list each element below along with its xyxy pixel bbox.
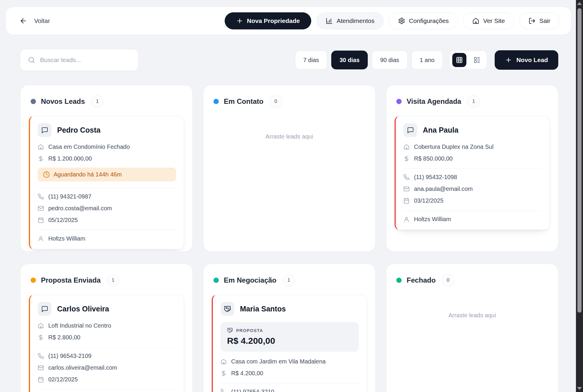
grid-icon (456, 56, 463, 64)
message-square-icon (403, 123, 417, 137)
scrollbar-thumb[interactable] (577, 8, 582, 313)
property-row: Cobertura Duplex na Zona Sul (403, 144, 542, 150)
column-title: Em Negociação (224, 276, 276, 284)
header-actions: Nova Propriedade Atendimentos Configuraç… (225, 12, 559, 29)
divider (38, 389, 176, 390)
message-square-icon (38, 123, 52, 137)
new-lead-label: Novo Lead (516, 56, 548, 64)
sair-button[interactable]: Sair (519, 12, 559, 29)
price-value: R$ 1.200.000,00 (48, 155, 92, 162)
proposal-box: PROPOSTA R$ 4.200,00 (221, 322, 359, 352)
lead-card-carlos-oliveira[interactable]: Carlos Oliveira Loft Industrial no Centr… (29, 295, 184, 392)
configuracoes-button[interactable]: Configurações (389, 12, 458, 29)
configuracoes-label: Configurações (409, 17, 449, 24)
new-property-label: Nova Propriedade (247, 17, 300, 24)
filter-7-dias[interactable]: 7 dias (295, 51, 327, 69)
ver-site-label: Ver Site (483, 17, 505, 24)
bar-chart-icon (326, 17, 333, 24)
top-bar: Voltar Nova Propriedade Atendimentos Con… (6, 7, 571, 35)
card-header: Carlos Oliveira (38, 302, 176, 316)
phone-icon (38, 353, 44, 359)
divider (38, 188, 176, 188)
agent-row: Holtzs William (38, 235, 176, 242)
column-header: Visita Agendada 1 (395, 94, 550, 109)
lead-name: Ana Paula (423, 126, 458, 134)
home-icon (472, 17, 479, 24)
calendar-icon (403, 198, 410, 204)
drop-zone-text: Arraste leads aqui (448, 312, 496, 319)
lead-card-ana-paula[interactable]: Ana Paula Cobertura Duplex na Zona Sul R… (395, 116, 550, 230)
new-property-button[interactable]: Nova Propriedade (225, 12, 312, 29)
kanban-board: Novos Leads 1 Pedro Costa Casa em Condom… (21, 85, 558, 392)
proposal-label: PROPOSTA (236, 328, 263, 333)
phone-row: (11) 95432-1098 (403, 174, 542, 181)
mail-icon (38, 205, 44, 211)
column-header: Em Contato 0 (212, 94, 367, 109)
calendar-icon (38, 376, 44, 383)
lead-name: Maria Santos (240, 305, 286, 313)
divider (221, 383, 359, 383)
date-row: 05/12/2025 (38, 217, 176, 223)
back-button[interactable]: Voltar (19, 17, 50, 25)
count-badge: 0 (442, 274, 454, 286)
column-header: Proposta Enviada 1 (29, 273, 184, 288)
scrollbar-track[interactable] (576, 0, 583, 392)
grid-view-button[interactable] (452, 53, 466, 67)
sair-label: Sair (539, 17, 550, 24)
status-dot (396, 278, 402, 283)
drop-zone: Arraste leads aqui (212, 116, 367, 157)
price-value: R$ 2.800,00 (48, 334, 80, 341)
column-proposta-enviada: Proposta Enviada 1 Carlos Oliveira Loft … (21, 264, 192, 392)
price-row: R$ 4.200,00 (221, 370, 359, 377)
proposal-value: R$ 4.200,00 (227, 336, 352, 346)
logout-icon (529, 17, 536, 24)
property-row: Casa com Jardim em Vila Madalena (221, 358, 359, 365)
date-row: 03/12/2025 (403, 197, 542, 204)
house-icon (38, 144, 44, 150)
date-value: 03/12/2025 (414, 197, 443, 204)
status-dot (213, 99, 219, 104)
column-novos-leads: Novos Leads 1 Pedro Costa Casa em Condom… (21, 85, 192, 251)
filter-90-dias[interactable]: 90 dias (372, 51, 408, 69)
date-value: 02/12/2025 (48, 376, 78, 383)
dollar-icon (38, 334, 44, 341)
status-dot (396, 99, 402, 104)
search-input[interactable] (40, 56, 130, 64)
plus-icon (236, 17, 243, 24)
count-badge: 1 (467, 95, 480, 108)
proposal-label-row: PROPOSTA (227, 327, 352, 333)
status-dot (31, 278, 36, 283)
card-header: Ana Paula (403, 123, 542, 137)
lead-card-pedro-costa[interactable]: Pedro Costa Casa em Condomínio Fechado R… (29, 116, 184, 249)
filter-1-ano[interactable]: 1 ano (412, 51, 443, 69)
count-badge: 1 (283, 274, 295, 286)
column-em-contato: Em Contato 0 Arraste leads aqui (203, 85, 375, 251)
lead-card-maria-santos[interactable]: Maria Santos PROPOSTA R$ 4.200,00 Casa c… (212, 295, 367, 392)
scrollbar-up-arrow[interactable] (577, 2, 582, 5)
price-row: R$ 1.200.000,00 (38, 155, 176, 162)
filter-30-dias[interactable]: 30 dias (331, 51, 368, 69)
status-dot (213, 278, 219, 283)
new-lead-button[interactable]: Novo Lead (495, 50, 558, 70)
price-value: R$ 4.200,00 (231, 370, 263, 377)
price-value: R$ 850.000,00 (414, 155, 453, 162)
column-title: Fechado (407, 276, 436, 284)
handshake-icon (221, 302, 234, 316)
scrollbar-down-arrow[interactable] (577, 387, 582, 390)
divider (38, 230, 176, 230)
count-badge: 1 (107, 274, 119, 286)
dollar-icon (403, 156, 410, 162)
ver-site-button[interactable]: Ver Site (463, 12, 514, 29)
list-view-button[interactable] (470, 53, 484, 67)
date-value: 05/12/2025 (48, 217, 78, 223)
divider (38, 347, 176, 348)
phone-icon (38, 194, 44, 200)
email-value: pedro.costa@email.com (48, 205, 112, 212)
email-value: ana.paula@email.com (414, 186, 473, 192)
email-row: ana.paula@email.com (403, 186, 542, 192)
agent-row: Holtzs William (403, 216, 542, 223)
atendimentos-button[interactable]: Atendimentos (317, 12, 383, 29)
agent-name: Holtzs William (414, 216, 451, 223)
divider (403, 211, 542, 211)
property-name: Casa em Condomínio Fechado (48, 144, 130, 150)
